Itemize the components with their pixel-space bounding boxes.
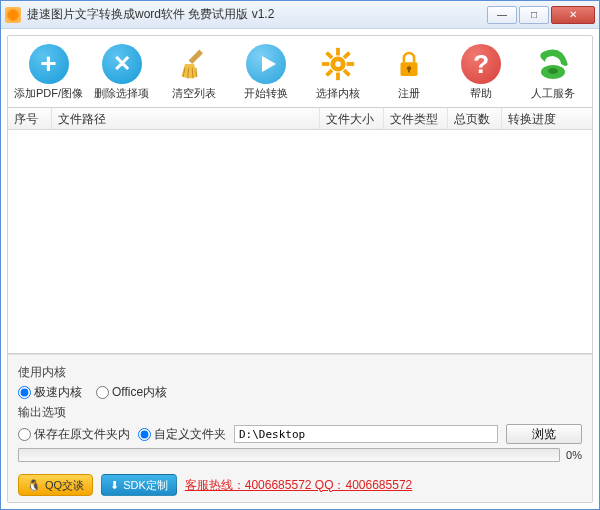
engine-office-radio[interactable]: Office内核 xyxy=(96,384,167,401)
svg-rect-7 xyxy=(325,69,333,77)
col-pages[interactable]: 总页数 xyxy=(448,108,502,129)
browse-button[interactable]: 浏览 xyxy=(506,424,582,444)
col-type[interactable]: 文件类型 xyxy=(384,108,448,129)
output-custom-radio[interactable]: 自定义文件夹 xyxy=(138,426,226,443)
output-path-input[interactable] xyxy=(234,425,498,443)
app-icon xyxy=(5,7,21,23)
output-label: 输出选项 xyxy=(18,404,66,421)
plus-icon xyxy=(29,44,69,84)
help-button[interactable]: 帮助 xyxy=(446,42,516,103)
col-progress[interactable]: 转换进度 xyxy=(502,108,592,129)
svg-rect-2 xyxy=(336,48,340,56)
hotline-link[interactable]: 客服热线：4006685572 QQ：4006685572 xyxy=(185,477,412,494)
content-panel: 添加PDF/图像 删除选择项 清空列表 开始转换 选择内核 xyxy=(7,35,593,503)
question-icon xyxy=(461,44,501,84)
app-window: 捷速图片文字转换成word软件 免费试用版 v1.2 — □ ✕ 添加PDF/图… xyxy=(0,0,600,510)
svg-point-1 xyxy=(335,61,341,67)
qq-icon: 🐧 xyxy=(27,479,41,492)
engine-label: 使用内核 xyxy=(18,364,66,381)
output-same-radio[interactable]: 保存在原文件夹内 xyxy=(18,426,130,443)
svg-rect-5 xyxy=(346,62,354,66)
footer: 🐧 QQ交谈 ⬇ SDK定制 客服热线：4006685572 QQ：400668… xyxy=(8,470,592,502)
close-button[interactable]: ✕ xyxy=(551,6,595,24)
maximize-button[interactable]: □ xyxy=(519,6,549,24)
progress-bar xyxy=(18,448,560,462)
register-button[interactable]: 注册 xyxy=(374,42,444,103)
toolbar: 添加PDF/图像 删除选择项 清空列表 开始转换 选择内核 xyxy=(8,36,592,107)
x-icon xyxy=(102,44,142,84)
options-panel: 使用内核 极速内核 Office内核 输出选项 保存在原文件夹内 xyxy=(8,354,592,470)
engine-fast-radio[interactable]: 极速内核 xyxy=(18,384,82,401)
broom-icon xyxy=(174,44,214,84)
add-file-button[interactable]: 添加PDF/图像 xyxy=(12,42,85,103)
svg-rect-8 xyxy=(325,51,333,59)
phone-icon xyxy=(533,44,573,84)
col-size[interactable]: 文件大小 xyxy=(320,108,384,129)
minimize-button[interactable]: — xyxy=(487,6,517,24)
table-body[interactable] xyxy=(8,130,592,353)
svg-rect-9 xyxy=(342,69,350,77)
play-icon xyxy=(246,44,286,84)
clear-list-button[interactable]: 清空列表 xyxy=(159,42,229,103)
gear-icon xyxy=(318,44,358,84)
sdk-icon: ⬇ xyxy=(110,479,119,492)
titlebar[interactable]: 捷速图片文字转换成word软件 免费试用版 v1.2 — □ ✕ xyxy=(1,1,599,29)
col-seq[interactable]: 序号 xyxy=(8,108,52,129)
svg-rect-12 xyxy=(408,68,410,72)
svg-rect-6 xyxy=(342,51,350,59)
service-button[interactable]: 人工服务 xyxy=(518,42,588,103)
table-header: 序号 文件路径 文件大小 文件类型 总页数 转换进度 xyxy=(8,108,592,130)
svg-rect-4 xyxy=(321,62,329,66)
progress-value: 0% xyxy=(566,449,582,461)
window-title: 捷速图片文字转换成word软件 免费试用版 v1.2 xyxy=(27,6,485,23)
qq-chat-button[interactable]: 🐧 QQ交谈 xyxy=(18,474,93,496)
file-table: 序号 文件路径 文件大小 文件类型 总页数 转换进度 xyxy=(8,107,592,354)
delete-item-button[interactable]: 删除选择项 xyxy=(87,42,157,103)
lock-icon xyxy=(389,44,429,84)
select-engine-button[interactable]: 选择内核 xyxy=(303,42,373,103)
start-convert-button[interactable]: 开始转换 xyxy=(231,42,301,103)
svg-rect-3 xyxy=(336,73,340,81)
col-path[interactable]: 文件路径 xyxy=(52,108,320,129)
sdk-custom-button[interactable]: ⬇ SDK定制 xyxy=(101,474,177,496)
svg-point-14 xyxy=(548,68,558,74)
